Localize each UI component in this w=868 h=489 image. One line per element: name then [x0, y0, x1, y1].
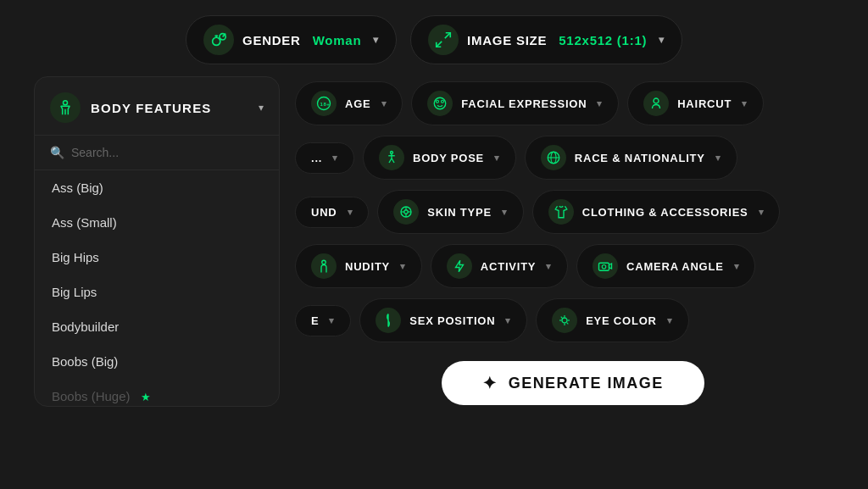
- partial-label-2: UND: [311, 206, 337, 219]
- top-bar: GENDER Woman ▾ IMAGE SIZE 512x512 (1:1) …: [0, 0, 868, 76]
- clothing-accessories-icon: [548, 199, 574, 225]
- activity-chevron: ▾: [546, 261, 552, 272]
- svg-text:18+: 18+: [320, 102, 331, 107]
- eye-color-button[interactable]: EYE COLOR ▾: [536, 298, 688, 342]
- body-features-icon: [50, 92, 81, 123]
- gender-icon: [203, 25, 234, 55]
- nudity-icon: [311, 253, 337, 279]
- generate-label: GENERATE IMAGE: [509, 375, 664, 392]
- haircut-button[interactable]: HAIRCUT ▾: [627, 81, 764, 125]
- facial-expression-label: FACIAL EXPRESSION: [461, 97, 587, 110]
- list-item[interactable]: Bodybuilder: [35, 309, 279, 344]
- body-pose-label: BODY POSE: [413, 152, 484, 164]
- svg-rect-29: [599, 263, 609, 270]
- age-chevron: ▾: [381, 98, 387, 109]
- svg-line-18: [392, 158, 394, 163]
- image-size-value: 512x512 (1:1): [559, 33, 647, 47]
- grid-row-5: E ▾ SEX POSITION ▾: [295, 293, 851, 347]
- skin-type-chevron: ▾: [502, 207, 508, 218]
- partial-label-1: ...: [311, 152, 322, 164]
- skin-type-label: SKIN TYPE: [427, 206, 492, 219]
- gender-selector[interactable]: GENDER Woman ▾: [186, 15, 397, 64]
- options-grid: 18+ AGE ▾ FACIAL EXPRESSION ▾: [280, 76, 868, 489]
- camera-angle-button[interactable]: CAMERA ANGLE ▾: [576, 244, 755, 288]
- partial-btn-1[interactable]: ... ▾: [295, 142, 354, 174]
- list-item[interactable]: Ass (Big): [35, 170, 279, 205]
- grid-row-3: UND ▾ SKIN TYPE ▾: [295, 185, 851, 239]
- svg-point-13: [654, 98, 659, 103]
- body-pose-icon: [379, 145, 404, 170]
- gender-label: GENDER: [242, 33, 301, 47]
- haircut-chevron: ▾: [742, 98, 748, 109]
- clothing-accessories-button[interactable]: CLOTHING & ACCESSORIES ▾: [532, 190, 781, 234]
- panel-title: BODY FEATURES: [91, 101, 248, 115]
- svg-marker-30: [609, 264, 612, 269]
- body-features-panel: BODY FEATURES ▾ 🔍 Ass (Big) Ass (Small) …: [34, 76, 280, 407]
- facial-expression-chevron: ▾: [597, 98, 603, 109]
- race-nationality-button[interactable]: RACE & NATIONALITY ▾: [525, 136, 737, 180]
- sex-position-button[interactable]: SEX POSITION ▾: [359, 298, 527, 342]
- image-size-selector[interactable]: IMAGE SIZE 512x512 (1:1) ▾: [410, 15, 682, 64]
- svg-line-37: [561, 317, 563, 319]
- sex-position-label: SEX POSITION: [409, 314, 495, 327]
- svg-point-12: [442, 100, 444, 103]
- activity-button[interactable]: ACTIVITY ▾: [431, 244, 568, 288]
- eye-color-label: EYE COLOR: [586, 314, 657, 327]
- main-content: BODY FEATURES ▾ 🔍 Ass (Big) Ass (Small) …: [0, 76, 868, 489]
- sex-position-icon: [376, 308, 401, 333]
- clothing-accessories-label: CLOTHING & ACCESSORIES: [582, 206, 748, 219]
- body-pose-button[interactable]: BODY POSE ▾: [363, 136, 516, 180]
- generate-button[interactable]: ✦ GENERATE IMAGE: [442, 361, 704, 405]
- svg-point-0: [213, 37, 220, 45]
- list-item[interactable]: Ass (Small): [35, 205, 279, 240]
- svg-point-28: [322, 260, 326, 264]
- svg-point-23: [404, 210, 409, 214]
- panel-header: BODY FEATURES ▾: [35, 92, 279, 136]
- camera-angle-label: CAMERA ANGLE: [626, 260, 724, 273]
- list-item-premium[interactable]: Boobs (Huge) ★: [35, 379, 279, 414]
- nudity-button[interactable]: NUDITY ▾: [295, 244, 422, 288]
- skin-type-icon: [393, 199, 419, 225]
- age-button[interactable]: 18+ AGE ▾: [295, 81, 403, 125]
- age-label: AGE: [345, 97, 371, 110]
- svg-point-11: [437, 100, 439, 103]
- partial-label-3: E: [311, 314, 319, 327]
- list-item[interactable]: Boobs (Big): [35, 344, 279, 379]
- eye-color-chevron: ▾: [667, 315, 673, 326]
- haircut-label: HAIRCUT: [677, 97, 732, 110]
- image-size-label: IMAGE SIZE: [467, 33, 547, 47]
- activity-icon: [447, 253, 472, 279]
- grid-row-2: ... ▾ BODY POSE ▾: [295, 131, 851, 185]
- activity-label: ACTIVITY: [481, 260, 536, 273]
- svg-point-10: [435, 97, 447, 109]
- facial-expression-button[interactable]: FACIAL EXPRESSION ▾: [411, 81, 619, 125]
- list-item[interactable]: Big Lips: [35, 275, 279, 309]
- star-icon: ★: [141, 391, 151, 403]
- clothing-accessories-chevron: ▾: [759, 207, 765, 218]
- nudity-label: NUDITY: [345, 260, 390, 273]
- skin-type-button[interactable]: SKIN TYPE ▾: [377, 190, 523, 234]
- svg-line-38: [567, 323, 569, 325]
- race-nationality-chevron: ▾: [715, 153, 721, 164]
- body-pose-chevron: ▾: [494, 153, 500, 164]
- gender-chevron: ▾: [373, 34, 379, 46]
- grid-row-4: NUDITY ▾ ACTIVITY ▾: [295, 239, 851, 293]
- sex-position-chevron: ▾: [505, 315, 511, 326]
- camera-angle-chevron: ▾: [734, 261, 740, 272]
- partial-btn-3[interactable]: E ▾: [295, 305, 351, 336]
- search-wrap: 🔍: [35, 136, 279, 170]
- facial-expression-icon: [427, 91, 453, 116]
- svg-point-31: [602, 265, 606, 270]
- nudity-chevron: ▾: [400, 261, 406, 272]
- search-input[interactable]: [71, 146, 264, 159]
- generate-wrap: ✦ GENERATE IMAGE: [295, 347, 851, 405]
- partial-btn-2[interactable]: UND ▾: [295, 197, 369, 228]
- svg-point-14: [390, 152, 392, 154]
- panel-chevron: ▾: [259, 102, 264, 114]
- race-nationality-label: RACE & NATIONALITY: [575, 152, 705, 164]
- list-item[interactable]: Big Hips: [35, 240, 279, 275]
- eye-color-icon: [552, 308, 577, 333]
- panel-list: Ass (Big) Ass (Small) Big Hips Big Lips …: [35, 170, 279, 414]
- generate-icon: ✦: [482, 373, 498, 393]
- camera-angle-icon: [593, 253, 618, 279]
